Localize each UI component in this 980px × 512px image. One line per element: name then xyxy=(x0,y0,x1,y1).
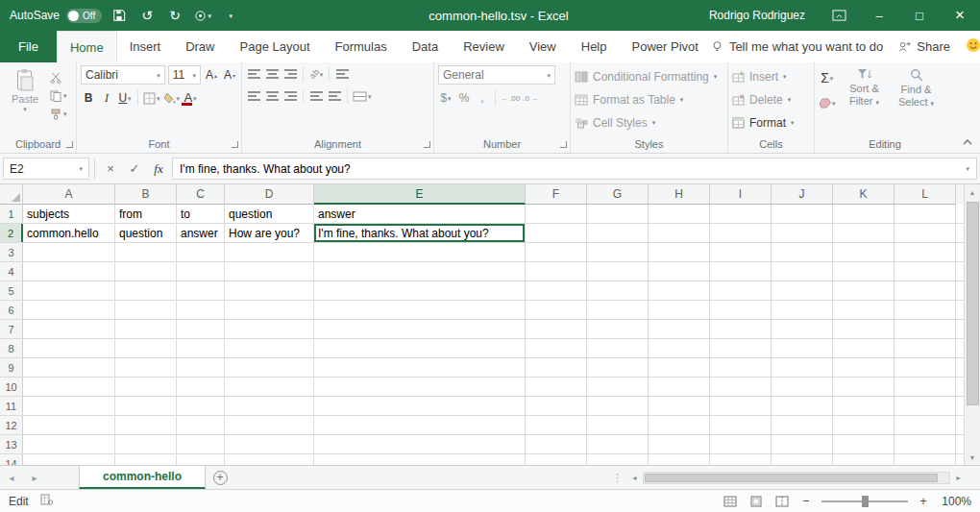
cell-E2[interactable]: I'm fine, thanks. What about you? xyxy=(314,224,526,242)
hscroll-left-icon[interactable]: ◂ xyxy=(626,466,643,489)
cell-J14[interactable] xyxy=(772,454,833,465)
comma-style-button[interactable]: , xyxy=(475,89,490,107)
cell-G4[interactable] xyxy=(587,262,649,280)
increase-decimal-button[interactable]: ←.00 xyxy=(501,89,520,107)
cell-A2[interactable]: common.hello xyxy=(23,224,115,242)
orientation-button[interactable]: ab▾ xyxy=(308,65,324,83)
copy-button[interactable]: ▾ xyxy=(50,88,67,103)
cell-F9[interactable] xyxy=(526,358,587,377)
cell-E7[interactable] xyxy=(314,320,526,338)
cell-K6[interactable] xyxy=(833,301,894,319)
cell-I10[interactable] xyxy=(710,378,772,396)
cell-J3[interactable] xyxy=(772,243,833,261)
cell-G12[interactable] xyxy=(587,416,649,434)
cell-F7[interactable] xyxy=(526,320,587,338)
cell-D10[interactable] xyxy=(225,378,314,396)
wrap-text-button[interactable] xyxy=(334,65,350,83)
cell-L1[interactable] xyxy=(894,205,956,223)
normal-view-button[interactable] xyxy=(722,493,739,510)
cell-D5[interactable] xyxy=(225,281,314,300)
row-header-3[interactable]: 3 xyxy=(0,243,23,261)
cell-F2[interactable] xyxy=(526,224,587,242)
cell-A7[interactable] xyxy=(23,320,115,338)
cell-I3[interactable] xyxy=(710,243,772,261)
column-header-F[interactable]: F xyxy=(526,184,587,205)
cell-G13[interactable] xyxy=(587,435,649,453)
cell-F14[interactable] xyxy=(526,454,587,465)
row-header-5[interactable]: 5 xyxy=(0,281,23,300)
cell-K4[interactable] xyxy=(833,262,894,280)
cell-D14[interactable] xyxy=(225,454,314,465)
column-header-J[interactable]: J xyxy=(772,184,833,205)
cell-D4[interactable] xyxy=(225,262,314,280)
redo-button[interactable]: ↻ xyxy=(164,3,185,28)
cell-H3[interactable] xyxy=(649,243,710,261)
top-align-button[interactable] xyxy=(246,65,261,83)
sheet-tab-common-hello[interactable]: common-hello xyxy=(79,466,206,489)
cell-K12[interactable] xyxy=(833,416,894,434)
cell-H13[interactable] xyxy=(649,435,710,453)
cell-F11[interactable] xyxy=(526,397,587,415)
cell-C2[interactable]: answer xyxy=(177,224,225,242)
increase-indent-button[interactable] xyxy=(327,87,342,105)
cell-D1[interactable]: question xyxy=(225,205,314,223)
format-painter-button[interactable]: ▾ xyxy=(50,107,67,121)
row-header-12[interactable]: 12 xyxy=(0,416,23,434)
cell-D12[interactable] xyxy=(225,416,314,434)
vertical-scrollbar-thumb[interactable] xyxy=(967,202,979,405)
cell-G10[interactable] xyxy=(587,378,649,396)
cell-L6[interactable] xyxy=(894,301,956,319)
zoom-level[interactable]: 100% xyxy=(939,495,971,508)
middle-align-button[interactable] xyxy=(264,65,280,83)
font-dialog-launcher[interactable] xyxy=(232,141,238,148)
cell-A13[interactable] xyxy=(23,435,115,453)
cell-K11[interactable] xyxy=(833,397,894,415)
align-right-button[interactable] xyxy=(282,87,298,105)
align-left-button[interactable] xyxy=(246,87,261,105)
conditional-formatting-button[interactable]: Conditional Formatting▾ xyxy=(575,65,723,87)
tab-insert[interactable]: Insert xyxy=(117,31,174,62)
find-select-button[interactable]: Find & Select ▾ xyxy=(894,65,940,136)
cell-A12[interactable] xyxy=(23,416,115,434)
new-sheet-button[interactable]: + xyxy=(206,466,234,489)
close-button[interactable]: × xyxy=(940,0,980,31)
cell-A6[interactable] xyxy=(23,301,115,319)
cell-G11[interactable] xyxy=(587,397,649,415)
cell-E13[interactable] xyxy=(314,435,526,453)
tell-me-box[interactable]: Tell me what you want to do xyxy=(711,39,883,54)
cell-C13[interactable] xyxy=(177,435,225,453)
row-header-7[interactable]: 7 xyxy=(0,320,23,338)
cell-I13[interactable] xyxy=(710,435,772,453)
cell-I9[interactable] xyxy=(710,358,772,377)
cell-E6[interactable] xyxy=(314,301,526,319)
cell-F6[interactable] xyxy=(526,301,587,319)
cell-H10[interactable] xyxy=(649,378,710,396)
row-header-6[interactable]: 6 xyxy=(0,301,23,319)
cell-H12[interactable] xyxy=(649,416,710,434)
cell-I2[interactable] xyxy=(710,224,772,242)
cell-C9[interactable] xyxy=(177,358,225,377)
column-header-H[interactable]: H xyxy=(649,184,710,205)
cell-H1[interactable] xyxy=(649,205,710,223)
cell-I4[interactable] xyxy=(710,262,772,280)
insert-function-button[interactable]: fx xyxy=(148,161,169,177)
cell-K1[interactable] xyxy=(833,205,894,223)
row-header-11[interactable]: 11 xyxy=(0,397,23,415)
decrease-font-size-button[interactable]: A▾ xyxy=(222,66,237,84)
tab-draw[interactable]: Draw xyxy=(173,31,227,62)
row-header-13[interactable]: 13 xyxy=(0,435,23,453)
cell-A4[interactable] xyxy=(23,262,115,280)
cell-L8[interactable] xyxy=(894,339,956,357)
cell-J4[interactable] xyxy=(772,262,833,280)
cell-E11[interactable] xyxy=(314,397,526,415)
cell-K10[interactable] xyxy=(833,378,894,396)
row-header-9[interactable]: 9 xyxy=(0,358,23,377)
page-break-view-button[interactable] xyxy=(773,493,791,510)
cell-L4[interactable] xyxy=(894,262,956,280)
cell-K14[interactable] xyxy=(833,454,894,465)
cell-G14[interactable] xyxy=(587,454,649,465)
cell-L9[interactable] xyxy=(894,358,956,377)
cell-F3[interactable] xyxy=(526,243,587,261)
cell-D3[interactable] xyxy=(225,243,314,261)
cell-E9[interactable] xyxy=(314,358,526,377)
